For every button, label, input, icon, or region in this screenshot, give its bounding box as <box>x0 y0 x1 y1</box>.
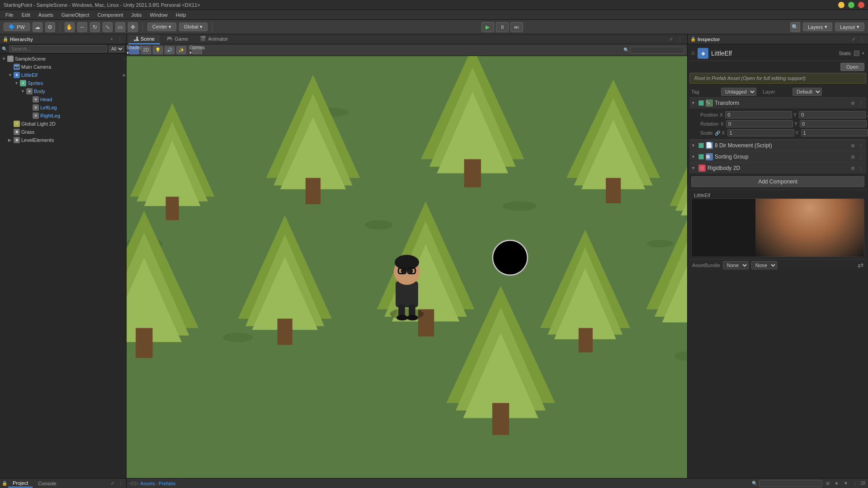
menu-assets[interactable]: Assets <box>35 11 57 19</box>
inspector-maximize-btn[interactable]: ⤢ <box>850 36 857 43</box>
layers-dropdown[interactable]: Layers ▾ <box>803 23 832 31</box>
tab-game[interactable]: 🎮 Game <box>161 34 193 44</box>
move-tool[interactable]: ↔ <box>77 22 87 32</box>
comp-check-sorting[interactable] <box>698 154 704 160</box>
pos-y-input[interactable] <box>799 111 866 118</box>
org-switcher[interactable]: 🔷 PW <box>4 23 30 31</box>
menu-file[interactable]: File <box>2 11 17 19</box>
inspector-resize-handle[interactable]: ⇄ <box>858 261 863 269</box>
hierarchy-search-input[interactable] <box>9 45 107 52</box>
search-icon[interactable]: 🔍 <box>790 22 800 32</box>
scene-maximize-btn[interactable]: ⤢ <box>667 36 675 43</box>
tab-console[interactable]: Console <box>33 480 61 487</box>
pause-button[interactable]: ⏸ <box>496 22 509 32</box>
hierarchy-menu-btn[interactable]: ⋮ <box>116 36 123 43</box>
inspector-menu-btn[interactable]: ⋮ <box>858 36 865 43</box>
scale-x-input[interactable] <box>727 129 794 136</box>
component-rigidbody-header[interactable]: ▼ ⬡ Rigidbody 2D ⚙ ⋮ <box>689 162 866 174</box>
fb-search-input[interactable] <box>759 480 822 487</box>
rot-x-input[interactable] <box>726 120 793 127</box>
scene-menu-btn[interactable]: ⋮ <box>676 36 684 43</box>
tab-animator[interactable]: 🎬 Animator <box>194 34 233 44</box>
fb-layout-btn[interactable]: ⊞ <box>824 480 831 487</box>
fb-forward-btn[interactable]: ▷ <box>135 480 138 486</box>
menu-gameobject[interactable]: GameObject <box>58 11 93 19</box>
comp-more-8dir[interactable]: ⋮ <box>857 142 864 149</box>
inspector-lock-icon[interactable]: 🔒 <box>690 37 696 42</box>
fb-menu-btn[interactable]: ⋮ <box>851 480 859 487</box>
project-menu-btn[interactable]: ⋮ <box>117 480 124 487</box>
hierarchy-filter[interactable]: All <box>109 46 124 52</box>
scene-2d-btn[interactable]: 2D <box>141 46 151 54</box>
comp-settings-rigidbody[interactable]: ⚙ <box>849 164 856 172</box>
maximize-button[interactable] <box>848 2 854 8</box>
comp-check-8dir[interactable] <box>698 143 704 148</box>
hier-item-levelelements[interactable]: ▶ ◼ LevelElements <box>0 136 126 144</box>
fb-starred-btn[interactable]: ★ <box>833 480 840 487</box>
comp-settings-transform[interactable]: ⚙ <box>849 99 856 107</box>
hier-item-sprites[interactable]: ▼ ◈ Sprites <box>0 79 126 87</box>
pivot-btn[interactable]: Center ▾ <box>147 23 176 31</box>
step-button[interactable]: ⏭ <box>510 22 523 32</box>
hierarchy-add-btn[interactable]: + <box>108 36 115 43</box>
hierarchy-lock[interactable]: 🔒 <box>3 37 8 42</box>
global-btn[interactable]: Global ▾ <box>179 23 208 31</box>
hier-item-head[interactable]: ◈ Head <box>0 95 126 103</box>
rect-tool[interactable]: ▭ <box>115 22 125 32</box>
tab-project[interactable]: Project <box>8 479 33 488</box>
menu-help[interactable]: Help <box>172 11 190 19</box>
cloud-icon[interactable]: ☁ <box>33 22 42 32</box>
project-lock-icon[interactable]: 🔒 <box>2 481 7 486</box>
hier-item-grass[interactable]: ◼ Grass <box>0 128 126 136</box>
scene-shading-btn[interactable]: Shaded ▾ <box>129 46 139 54</box>
layout-dropdown[interactable]: Layout ▾ <box>835 23 864 31</box>
minimize-button[interactable] <box>838 2 844 8</box>
scene-gizmos-btn[interactable]: Gizmos ▾ <box>192 46 202 54</box>
scale-tool[interactable]: ⤡ <box>103 22 113 32</box>
component-sorting-header[interactable]: ▼ ◼ Sorting Group ⚙ ⋮ <box>689 151 866 162</box>
fb-back-btn[interactable]: ◁ <box>129 480 133 486</box>
hier-item-littleelf[interactable]: ▼ ◈ LittleElf ▶ <box>0 71 126 79</box>
layer-dropdown[interactable]: Default <box>793 88 822 96</box>
component-transform-header[interactable]: ▼ ⤡ Transform ⚙ ⋮ <box>689 97 866 108</box>
scene-audio-btn[interactable]: 🔊 <box>165 46 175 54</box>
comp-more-sorting[interactable]: ⋮ <box>857 153 864 160</box>
static-dropdown[interactable]: ▾ <box>862 51 864 56</box>
comp-settings-sorting[interactable]: ⚙ <box>849 153 856 160</box>
scene-light-btn[interactable]: 💡 <box>153 46 163 54</box>
transform-tool[interactable]: ✥ <box>128 22 138 32</box>
comp-more-rigidbody[interactable]: ⋮ <box>857 164 864 172</box>
menu-component[interactable]: Component <box>94 11 127 19</box>
breadcrumb-assets[interactable]: Assets <box>140 481 155 486</box>
asset-bundle-select2[interactable]: None <box>751 261 777 269</box>
settings-icon[interactable]: ⚙ <box>45 22 55 32</box>
comp-more-transform[interactable]: ⋮ <box>857 99 864 107</box>
add-component-button[interactable]: Add Component <box>691 176 864 187</box>
comp-settings-8dir[interactable]: ⚙ <box>849 142 856 149</box>
scene-search-input[interactable] <box>630 47 684 54</box>
menu-edit[interactable]: Edit <box>18 11 34 19</box>
play-button[interactable]: ▶ <box>481 22 494 32</box>
tab-scene[interactable]: 🏞 Scene <box>128 34 160 44</box>
hier-item-rightleg[interactable]: ◈ RightLeg <box>0 112 126 120</box>
rotate-tool[interactable]: ↻ <box>90 22 100 32</box>
asset-bundle-select1[interactable]: None <box>723 261 749 269</box>
component-8dirmov-header[interactable]: ▼ 📄 8 Dir Movement (Script) ⚙ ⋮ <box>689 140 866 151</box>
hand-tool[interactable]: ✋ <box>65 22 75 32</box>
project-maximize-btn[interactable]: ⤢ <box>109 480 116 487</box>
scale-y-input[interactable] <box>801 129 868 136</box>
menu-window[interactable]: Window <box>146 11 171 19</box>
fb-filter-btn[interactable]: ▼ <box>842 480 849 487</box>
scene-view[interactable] <box>127 56 687 478</box>
hier-menu-elf[interactable]: ▶ <box>123 73 126 77</box>
hier-item-body[interactable]: ▼ ◈ Body <box>0 87 126 95</box>
tag-dropdown[interactable]: Untagged <box>721 88 756 96</box>
menu-jobs[interactable]: Jobs <box>127 11 145 19</box>
rot-y-input[interactable] <box>800 120 867 127</box>
scene-fx-btn[interactable]: ✨ <box>176 46 186 54</box>
open-prefab-btn[interactable]: Open <box>840 63 864 71</box>
hier-item-leftleg[interactable]: ◈ LeftLeg <box>0 103 126 112</box>
hier-item-maincamera[interactable]: 📷 Main Camera <box>0 63 126 71</box>
hier-menu-scene[interactable]: ⋮ <box>122 56 126 61</box>
hier-item-samplescene[interactable]: ▼ ⬡ SampleScene ⋮ <box>0 55 126 63</box>
